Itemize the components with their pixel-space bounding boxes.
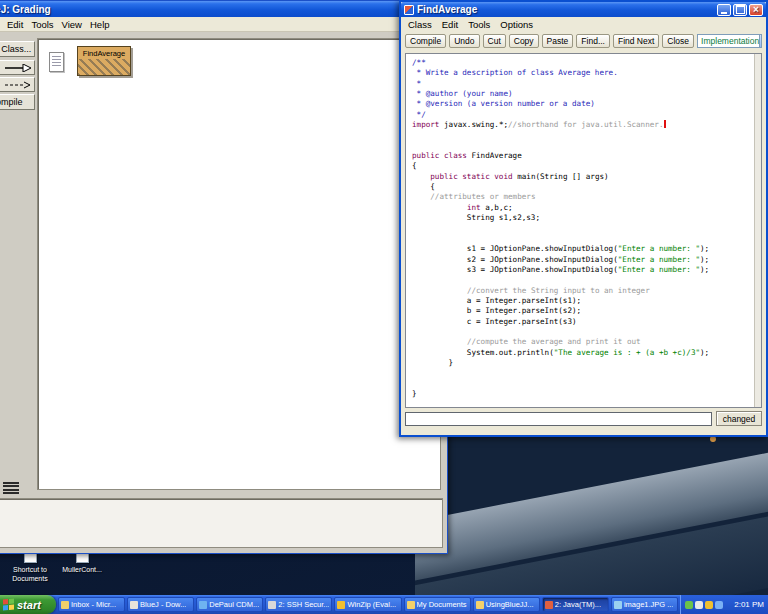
menu-options[interactable]: Options — [495, 18, 538, 31]
menu-help[interactable]: Help — [86, 19, 114, 30]
wallpaper-photo — [415, 428, 768, 595]
menu-view[interactable]: View — [58, 19, 86, 30]
code-line — [412, 130, 753, 140]
code-line: * @version (a version number or a date) — [412, 99, 753, 109]
text-cursor — [664, 120, 666, 128]
toolbar-find-next-button[interactable]: Find Next — [613, 34, 659, 48]
code-line: String s1,s2,s3; — [412, 213, 753, 223]
task-button-bluej-dow[interactable]: BlueJ - Dow... — [127, 597, 194, 612]
menu-class[interactable]: Class — [403, 18, 437, 31]
desktop-icon-label: Documents — [2, 574, 58, 583]
maximize-button[interactable] — [733, 4, 747, 16]
minimize-button[interactable] — [717, 4, 731, 16]
compile-button[interactable]: Compile — [0, 94, 35, 110]
bluej-main-window: BlueJ: Grading EditToolsViewHelp New Cla… — [0, 0, 448, 554]
code-editor[interactable]: /** * Write a description of class Avera… — [405, 53, 762, 408]
toolbar-find-button[interactable]: Find... — [576, 34, 610, 48]
editor-menubar: ClassEditToolsOptions — [401, 17, 766, 31]
tray-icon[interactable] — [715, 601, 723, 609]
main-window-body: New Class... Compile FindAverage — [0, 32, 447, 553]
desktop-icon-label: Shortcut to — [2, 565, 58, 574]
tray-icon[interactable] — [705, 601, 713, 609]
code-line: import javax.swing.*;//shorthand for jav… — [412, 120, 753, 130]
task-app-icon — [337, 601, 345, 609]
toolbar-paste-button[interactable]: Paste — [542, 34, 574, 48]
editor-titlebar[interactable]: FindAverage — [401, 2, 766, 17]
vertical-scrollbar[interactable] — [754, 54, 761, 407]
task-button-2-ssh-secur[interactable]: 2: SSH Secur... — [265, 597, 332, 612]
clock: 2:01 PM — [734, 600, 764, 609]
task-app-icon — [199, 601, 207, 609]
task-button-image1-jpg[interactable]: image1.JPG ... — [611, 597, 678, 612]
code-line: //compute the average and print it out — [412, 337, 753, 347]
task-button-inbox-micr[interactable]: Inbox - Micr... — [58, 597, 125, 612]
task-button-winzip-eval[interactable]: WinZip (Eval... — [334, 597, 401, 612]
menu-tools[interactable]: Tools — [27, 19, 57, 30]
uses-arrow-button[interactable] — [0, 77, 35, 92]
code-line — [412, 327, 753, 337]
code-line: a = Integer.parseInt(s1); — [412, 296, 753, 306]
class-findaverage[interactable]: FindAverage — [77, 46, 131, 76]
code-line: */ — [412, 110, 753, 120]
code-line: { — [412, 182, 753, 192]
code-line: //convert the String input to an integer — [412, 286, 753, 296]
editor-message-field[interactable] — [405, 412, 712, 426]
code-line: System.out.println("The average is : + (… — [412, 348, 753, 358]
main-menubar: EditToolsViewHelp — [0, 17, 447, 32]
system-tray: 2:01 PM — [680, 595, 768, 614]
task-button-usingbluejj[interactable]: UsingBlueJJ... — [473, 597, 540, 612]
toolbar-close-button[interactable]: Close — [662, 34, 694, 48]
taskbar: start Inbox - Micr...BlueJ - Dow...DePau… — [0, 595, 768, 614]
code-line: * Write a description of class Average h… — [412, 68, 753, 78]
close-button[interactable] — [749, 4, 763, 16]
task-app-icon — [268, 601, 276, 609]
uncompiled-stripes — [78, 59, 130, 75]
task-app-icon — [545, 601, 553, 609]
main-window-title: BlueJ: Grading — [0, 4, 51, 15]
chevron-down-icon[interactable]: ▼ — [759, 35, 762, 47]
menu-edit[interactable]: Edit — [437, 18, 463, 31]
task-app-icon — [130, 601, 138, 609]
code-line: } — [412, 358, 753, 368]
task-label: WinZip (Eval... — [347, 600, 396, 609]
start-button[interactable]: start — [0, 595, 56, 614]
task-button-depaul-cdm[interactable]: DePaul CDM... — [196, 597, 263, 612]
editor-window: FindAverage ClassEditToolsOptions Compil… — [399, 0, 768, 437]
code-line: public static void main(String [] args) — [412, 172, 753, 182]
task-button-my-documents[interactable]: My Documents — [404, 597, 471, 612]
desktop: Shortcut to Documents MullerCont... Blue… — [0, 0, 768, 614]
desktop-icon-label: MullerCont... — [54, 565, 110, 574]
inheritance-arrow-button[interactable] — [0, 60, 35, 75]
toolbar-cut-button[interactable]: Cut — [483, 34, 506, 48]
object-bench[interactable] — [0, 498, 443, 548]
code-line — [412, 141, 753, 151]
status-changed: changed — [716, 411, 762, 426]
view-selector[interactable]: Implementation ▼ — [697, 34, 762, 48]
task-label: DePaul CDM... — [209, 600, 259, 609]
task-app-icon — [614, 601, 622, 609]
project-notes-icon[interactable] — [49, 52, 64, 72]
task-button-2-java-tm[interactable]: 2: Java(TM)... — [542, 597, 609, 612]
toolbar-undo-button[interactable]: Undo — [449, 34, 479, 48]
code-line: { — [412, 161, 753, 171]
windows-logo-icon — [3, 598, 14, 610]
main-titlebar[interactable]: BlueJ: Grading — [0, 1, 447, 17]
task-app-icon — [476, 601, 484, 609]
toolbar-buttons: CompileUndoCutCopyPasteFind...Find NextC… — [405, 34, 694, 48]
code-line: /** — [412, 58, 753, 68]
menu-edit[interactable]: Edit — [3, 19, 27, 30]
new-class-button[interactable]: New Class... — [0, 41, 35, 57]
tray-icon[interactable] — [685, 601, 693, 609]
code-line: s2 = JOptionPane.showInputDialog("Enter … — [412, 255, 753, 265]
start-label: start — [17, 599, 41, 611]
code-line: s1 = JOptionPane.showInputDialog("Enter … — [412, 244, 753, 254]
code-lines: /** * Write a description of class Avera… — [412, 58, 753, 399]
menu-tools[interactable]: Tools — [463, 18, 495, 31]
task-label: 2: Java(TM)... — [555, 600, 601, 609]
progress-lines-icon — [3, 482, 19, 495]
task-label: 2: SSH Secur... — [278, 600, 329, 609]
tray-icon[interactable] — [695, 601, 703, 609]
uses-arrow-icon — [5, 81, 31, 89]
toolbar-copy-button[interactable]: Copy — [509, 34, 539, 48]
toolbar-compile-button[interactable]: Compile — [405, 34, 446, 48]
